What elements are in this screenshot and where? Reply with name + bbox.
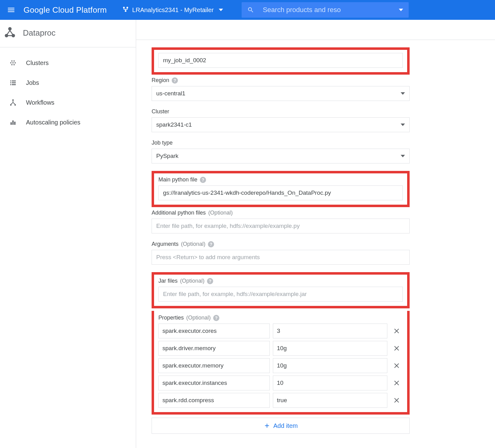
- arguments-input[interactable]: [152, 250, 410, 265]
- property-value-input[interactable]: [273, 393, 387, 408]
- close-icon: [393, 396, 401, 404]
- addl-python-input[interactable]: [152, 219, 410, 233]
- remove-property-button[interactable]: [390, 394, 403, 407]
- properties-table: [158, 324, 403, 408]
- remove-property-button[interactable]: [390, 377, 403, 389]
- search-icon: [247, 6, 254, 14]
- add-item-label: Add item: [273, 422, 298, 429]
- svg-point-6: [12, 62, 14, 63]
- sidebar-item-clusters[interactable]: Clusters: [0, 53, 136, 73]
- main-python-input[interactable]: [158, 185, 403, 200]
- property-value-input[interactable]: [273, 324, 387, 338]
- project-name: LRAnalytics2341 - MyRetailer: [132, 7, 213, 14]
- chevron-down-icon: [401, 124, 405, 126]
- jar-files-input[interactable]: [158, 287, 403, 302]
- property-key-input[interactable]: [158, 358, 270, 373]
- property-row: [158, 341, 403, 356]
- chevron-down-icon[interactable]: [399, 9, 403, 11]
- svg-rect-24: [14, 122, 15, 125]
- svg-point-8: [15, 62, 16, 63]
- svg-rect-19: [12, 99, 14, 101]
- hamburger-menu-icon[interactable]: [5, 4, 17, 16]
- remove-property-button[interactable]: [390, 342, 403, 354]
- remove-property-button[interactable]: [390, 325, 403, 337]
- property-row: [158, 376, 403, 390]
- dataproc-icon: [3, 25, 17, 40]
- sidebar-nav: Clusters Jobs Workflows Autoscaling poli…: [0, 47, 136, 132]
- svg-rect-15: [10, 82, 11, 83]
- workflows-icon: [9, 99, 17, 106]
- svg-point-9: [11, 60, 13, 62]
- page-header: Submit a job: [136, 40, 495, 43]
- optional-label: (Optional): [208, 210, 233, 216]
- clusters-icon: [9, 59, 17, 67]
- chevron-down-icon: [401, 155, 405, 157]
- property-key-input[interactable]: [158, 393, 270, 408]
- project-icon: [122, 6, 129, 14]
- chevron-down-icon: [219, 9, 223, 11]
- svg-point-5: [8, 27, 12, 31]
- property-value-input[interactable]: [273, 341, 387, 356]
- property-row: [158, 358, 403, 373]
- sidebar-item-autoscaling[interactable]: Autoscaling policies: [0, 112, 136, 132]
- search-input[interactable]: [263, 6, 398, 14]
- svg-point-7: [10, 62, 11, 63]
- svg-rect-23: [12, 120, 14, 125]
- highlight-properties: Properties (Optional) ?: [152, 311, 410, 415]
- job-type-select[interactable]: PySpark: [152, 149, 410, 163]
- properties-label: Properties: [158, 315, 184, 321]
- property-key-input[interactable]: [158, 324, 270, 338]
- sidebar-item-jobs[interactable]: Jobs: [0, 73, 136, 93]
- svg-rect-20: [10, 104, 11, 106]
- highlight-main-python: Main python file ?: [152, 171, 410, 207]
- optional-label: (Optional): [186, 315, 211, 321]
- service-name: Dataproc: [23, 28, 56, 38]
- list-icon: [9, 79, 17, 86]
- property-row: [158, 393, 403, 408]
- svg-point-11: [11, 64, 13, 65]
- property-value-input[interactable]: [273, 376, 387, 390]
- remove-property-button[interactable]: [390, 359, 403, 372]
- job-type-label: Job type: [152, 140, 173, 146]
- property-key-input[interactable]: [158, 341, 270, 356]
- close-icon: [393, 379, 401, 387]
- highlight-jar-files: Jar files (Optional) ?: [152, 272, 410, 308]
- optional-label: (Optional): [181, 241, 205, 247]
- brand-label: Google Cloud Platform: [24, 5, 107, 15]
- sidebar-item-label: Jobs: [26, 79, 39, 86]
- add-item-button[interactable]: Add item: [152, 418, 410, 434]
- svg-rect-17: [10, 84, 11, 85]
- project-picker[interactable]: LRAnalytics2341 - MyRetailer: [122, 6, 223, 14]
- cluster-value: spark2341-c1: [156, 121, 192, 128]
- close-icon: [393, 327, 401, 335]
- region-value: us-central1: [156, 90, 185, 97]
- addl-python-label: Additional python files: [152, 210, 206, 216]
- sidebar: Dataproc Clusters Jobs Workflows Autosca…: [0, 20, 136, 448]
- help-icon[interactable]: ?: [207, 278, 213, 284]
- sidebar-item-label: Autoscaling policies: [26, 119, 80, 126]
- svg-point-12: [14, 64, 15, 65]
- sidebar-item-workflows[interactable]: Workflows: [0, 93, 136, 112]
- main-content: Submit a job Region ? us-central1: [136, 40, 495, 448]
- svg-rect-13: [10, 80, 11, 81]
- search-box[interactable]: [242, 2, 409, 18]
- property-key-input[interactable]: [158, 376, 270, 390]
- help-icon[interactable]: ?: [213, 315, 219, 321]
- region-select[interactable]: us-central1: [152, 86, 410, 101]
- svg-rect-22: [11, 122, 12, 125]
- svg-rect-18: [12, 84, 16, 85]
- job-id-input[interactable]: [158, 53, 403, 68]
- cluster-label: Cluster: [152, 108, 169, 115]
- help-icon[interactable]: ?: [172, 77, 178, 84]
- region-label: Region: [152, 77, 169, 84]
- jar-files-label: Jar files: [158, 278, 178, 284]
- help-icon[interactable]: ?: [208, 241, 214, 247]
- help-icon[interactable]: ?: [200, 177, 206, 183]
- cluster-select[interactable]: spark2341-c1: [152, 117, 410, 132]
- top-bar: Google Cloud Platform LRAnalytics2341 - …: [0, 0, 495, 20]
- property-value-input[interactable]: [273, 358, 387, 373]
- arguments-label: Arguments: [152, 241, 179, 247]
- chevron-down-icon: [401, 92, 405, 95]
- svg-point-10: [14, 60, 15, 62]
- sidebar-item-label: Clusters: [26, 59, 49, 67]
